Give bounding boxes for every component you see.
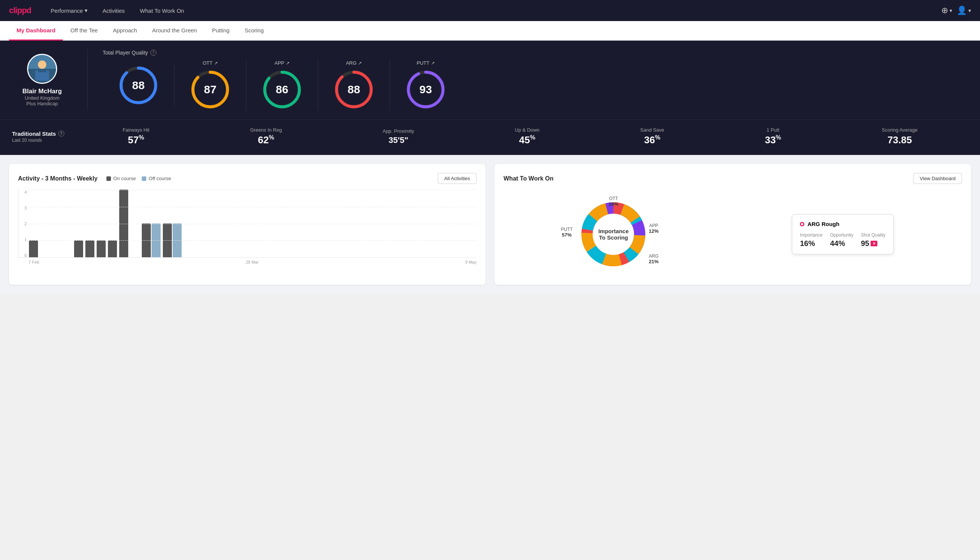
chevron-down-icon: ▾ <box>85 7 88 14</box>
donut-label-arg: ARG 21% <box>649 253 659 264</box>
legend: On course Off course <box>106 176 171 181</box>
gridlines <box>29 190 476 257</box>
legend-offcourse: Off course <box>142 176 171 181</box>
stat-up-and-down: Up & Down 45% <box>515 127 540 146</box>
add-button[interactable]: ⊕ ▾ <box>941 6 952 15</box>
profile-country: United Kingdom <box>25 95 60 101</box>
nav-performance[interactable]: Performance ▾ <box>49 7 89 14</box>
activity-card: Activity - 3 Months - Weekly On course O… <box>9 164 486 285</box>
bar-oncourse <box>119 190 128 257</box>
legend-offcourse-dot <box>142 177 146 181</box>
nav-what-to-work-on[interactable]: What To Work On <box>138 8 186 14</box>
bar-group <box>142 223 161 257</box>
bar-oncourse <box>163 223 172 257</box>
donut-label-putt: PUTT 57% <box>561 227 572 238</box>
tab-around-the-green[interactable]: Around the Green <box>145 21 204 41</box>
activity-card-header: Activity - 3 Months - Weekly On course O… <box>18 173 476 184</box>
x-labels: 7 Feb 28 Mar 9 May <box>18 260 476 264</box>
profile-name: Blair McHarg <box>23 88 62 95</box>
trad-subtitle: Last 20 rounds <box>12 138 72 143</box>
tooltip-card: ARG Rough Importance 16% Opportunity 44%… <box>792 214 893 254</box>
chevron-down-icon: ▾ <box>950 8 952 13</box>
all-activities-button[interactable]: All Activities <box>438 173 476 184</box>
nav-activities[interactable]: Activities <box>101 8 126 14</box>
legend-oncourse-dot <box>106 177 111 181</box>
tooltip-metric-importance: Importance 16% <box>800 232 822 248</box>
bar-group <box>97 240 106 257</box>
avatar <box>27 54 57 84</box>
tpq-label: Total Player Quality ? <box>103 50 968 56</box>
score-value-putt: 93 <box>419 83 432 96</box>
bar-group <box>85 240 95 257</box>
score-label-app: APP ↗ <box>275 60 290 66</box>
stat-app-proximity: App. Proximity 35'5" <box>383 128 414 145</box>
tabs-bar: My Dashboard Off the Tee Approach Around… <box>0 21 980 41</box>
bar-chart: 4 3 2 1 0 7 Feb 28 Mar 9 May <box>18 190 476 273</box>
y-labels: 4 3 2 1 0 <box>18 190 27 258</box>
tpq-help-icon[interactable]: ? <box>150 50 156 56</box>
score-app: APP ↗ 86 <box>246 60 318 110</box>
work-on-title: What To Work On <box>504 175 554 182</box>
bar-oncourse <box>108 240 117 257</box>
hero-section: Blair McHarg United Kingdom Plus Handica… <box>0 41 980 119</box>
tab-approach[interactable]: Approach <box>105 21 145 41</box>
arrow-up-icon: ↗ <box>431 60 435 66</box>
bar-oncourse <box>74 240 83 257</box>
down-badge: ▼ <box>870 241 877 246</box>
donut-wrapper: Importance To Scoring OTT 10% APP 12% AR… <box>572 193 655 276</box>
work-on-card: What To Work On View Dashboard <box>494 164 971 285</box>
bar-group <box>119 190 128 257</box>
navbar: clippd Performance ▾ Activities What To … <box>0 0 980 21</box>
svg-point-2 <box>38 60 46 68</box>
activity-title: Activity - 3 Months - Weekly <box>18 175 97 182</box>
view-dashboard-button[interactable]: View Dashboard <box>913 173 962 184</box>
score-label-arg: ARG ↗ <box>346 60 362 66</box>
bottom-section: Activity - 3 Months - Weekly On course O… <box>0 155 980 294</box>
tab-scoring[interactable]: Scoring <box>237 21 271 41</box>
tooltip-metrics: Importance 16% Opportunity 44% Shot Qual… <box>800 232 885 248</box>
legend-oncourse: On course <box>106 176 136 181</box>
bar-group <box>108 240 117 257</box>
bar-oncourse <box>85 240 95 257</box>
user-menu-button[interactable]: 👤 ▾ <box>957 6 971 15</box>
tab-putting[interactable]: Putting <box>205 21 237 41</box>
tab-off-the-tee[interactable]: Off the Tee <box>63 21 105 41</box>
stat-one-putt: 1 Putt 33% <box>765 127 781 146</box>
stat-scoring-average: Scoring Average 73.85 <box>882 127 918 146</box>
bar-offcourse <box>151 223 161 257</box>
stat-sand-save: Sand Save 36% <box>641 127 664 146</box>
user-icon: 👤 <box>957 6 967 15</box>
profile-handicap: Plus Handicap <box>26 101 58 107</box>
tab-my-dashboard[interactable]: My Dashboard <box>9 21 63 41</box>
app-logo[interactable]: clippd <box>9 6 31 15</box>
svg-rect-4 <box>38 69 46 72</box>
score-label-putt: PUTT ↗ <box>417 60 435 66</box>
score-value-app: 86 <box>276 83 288 96</box>
chevron-down-icon: ▾ <box>968 8 971 13</box>
trad-label-section: Traditional Stats ? Last 20 rounds <box>12 130 72 143</box>
stat-fairways-hit: Fairways Hit 57% <box>123 127 150 146</box>
bar-oncourse <box>29 240 38 257</box>
trad-help-icon[interactable]: ? <box>58 130 64 137</box>
trad-title: Traditional Stats ? <box>12 130 72 137</box>
score-arg: ARG ↗ 88 <box>318 60 390 110</box>
bar-chart-inner: 4 3 2 1 0 <box>18 190 476 258</box>
bar-group <box>74 240 83 257</box>
tooltip-dot-icon <box>800 222 804 227</box>
work-on-content: Importance To Scoring OTT 10% APP 12% AR… <box>504 193 962 276</box>
tooltip-title: ARG Rough <box>800 221 885 227</box>
divider <box>87 50 88 110</box>
score-value-total: 88 <box>132 79 145 92</box>
score-circle-arg: 88 <box>333 69 374 110</box>
score-circle-app: 86 <box>261 69 303 110</box>
score-ott: OTT ↗ 87 <box>175 60 246 110</box>
arrow-up-icon: ↗ <box>358 60 362 66</box>
scores-section: Total Player Quality ? 88 <box>103 50 968 110</box>
score-circle-total: 88 <box>118 65 159 106</box>
profile-section: Blair McHarg United Kingdom Plus Handica… <box>12 54 72 107</box>
stat-greens-in-reg: Greens In Reg 62% <box>250 127 282 146</box>
arrow-up-icon: ↗ <box>286 60 290 66</box>
score-value-arg: 88 <box>348 83 360 96</box>
bar-offcourse <box>173 223 181 257</box>
donut-label-app: APP 12% <box>649 223 659 234</box>
